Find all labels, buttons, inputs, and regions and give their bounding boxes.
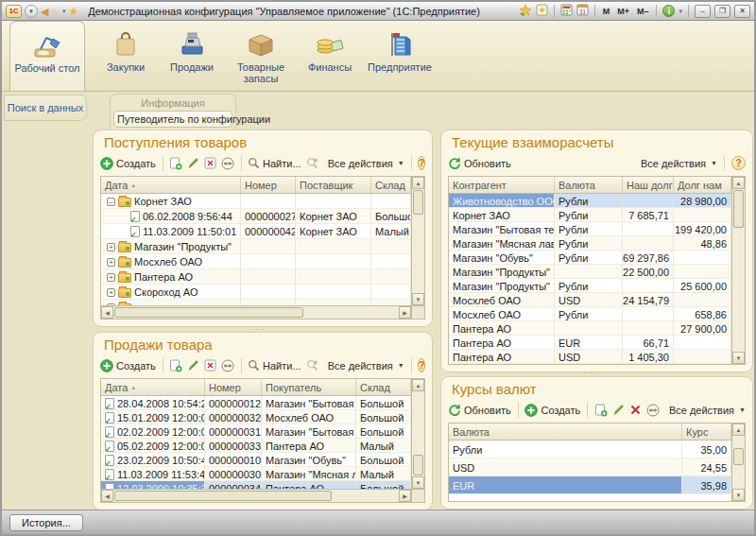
tab-information[interactable]: Информация xyxy=(113,96,232,111)
maximize-button[interactable]: ❐ xyxy=(714,5,730,18)
scroll-thumb[interactable] xyxy=(413,455,423,475)
column-header[interactable]: Номер xyxy=(241,177,296,193)
find-button[interactable]: Найти... xyxy=(248,359,301,372)
table-row[interactable]: 05.02.2009 12:00:00000000033Пантера АОМа… xyxy=(101,439,411,453)
all-actions-button[interactable]: Все действия▼ xyxy=(641,158,717,169)
back-icon[interactable]: ◀ xyxy=(41,5,48,18)
table-row[interactable]: +Мосхлеб ОАО xyxy=(101,254,411,269)
column-header[interactable]: Контрагент xyxy=(449,177,555,193)
section-tab-inventory[interactable]: Товарные запасы xyxy=(225,21,297,91)
memory-plus-button[interactable]: M+ xyxy=(615,7,631,16)
table-row[interactable]: 28.04.2008 10:54:24000000012Магазин "Быт… xyxy=(101,396,411,410)
column-header[interactable]: Курс xyxy=(682,424,731,440)
table-row[interactable]: +Скороход АО xyxy=(101,285,411,300)
table-row[interactable]: –Корнет ЗАО xyxy=(101,194,411,209)
table-row[interactable]: Мосхлеб ОАОUSD24 154,79 xyxy=(449,293,731,307)
calendar-icon[interactable]: 31 xyxy=(576,4,589,18)
table-row[interactable]: 11.03.2009 11:53:48000000030Магазин "Мяс… xyxy=(101,467,411,481)
all-actions-button[interactable]: Все действия▼ xyxy=(328,360,404,372)
set-interval-button[interactable] xyxy=(221,157,234,170)
scroll-up-icon[interactable]: ▲ xyxy=(732,177,745,189)
search-in-data-link[interactable]: Поиск в данных xyxy=(8,102,84,113)
expand-icon[interactable]: + xyxy=(107,258,115,267)
section-tab-desktop[interactable]: Рабочий стол xyxy=(9,21,85,91)
table-row[interactable]: Магазин "Мясная лавка"Рубли48,86 xyxy=(449,236,731,251)
minimize-button[interactable]: – xyxy=(695,5,711,18)
column-header[interactable]: Склад xyxy=(356,379,411,395)
calculator-icon[interactable] xyxy=(560,4,573,18)
scroll-down-icon[interactable]: ▼ xyxy=(732,489,745,501)
scroll-down-icon[interactable]: ▼ xyxy=(412,476,424,489)
scroll-left-icon[interactable]: ◀ xyxy=(101,306,113,319)
scroll-down-icon[interactable]: ▼ xyxy=(412,293,424,305)
table-row[interactable]: Мосхлеб ОАОРубли658,86 xyxy=(449,307,731,321)
favorites-list-icon[interactable] xyxy=(536,4,548,18)
section-tab-finance[interactable]: Финансы xyxy=(297,21,363,91)
set-interval-button[interactable] xyxy=(221,359,234,372)
scroll-right-icon[interactable]: ▶ xyxy=(399,306,411,319)
table-row[interactable]: 23.02.2009 10:50:42000000010Магазин "Обу… xyxy=(101,453,411,467)
clear-find-button[interactable] xyxy=(306,157,318,169)
close-button[interactable]: ✕ xyxy=(734,5,750,18)
table-row[interactable]: 15.01.2009 12:00:00000000032Мосхлеб ОАОБ… xyxy=(101,410,411,424)
clear-find-button[interactable] xyxy=(306,359,318,372)
scroll-thumb[interactable] xyxy=(114,491,332,501)
section-tab-enterprise[interactable]: Предприятие xyxy=(363,21,437,91)
table-row[interactable]: Магазин "Бытовая техн...Рубли199 420,00 xyxy=(449,222,731,236)
scroll-up-icon[interactable]: ▲ xyxy=(732,424,745,436)
scroll-right-icon[interactable]: ▶ xyxy=(399,490,411,502)
horizontal-scrollbar[interactable]: ◀ ▶ xyxy=(101,489,411,502)
all-actions-button[interactable]: Все действия▼ xyxy=(669,405,746,416)
section-tab-purchases[interactable]: Закупки xyxy=(93,21,159,91)
forward-icon[interactable]: ▶ xyxy=(51,5,59,18)
all-actions-button[interactable]: Все действия▼ xyxy=(328,158,404,169)
column-header[interactable]: Номер xyxy=(205,379,262,395)
edit-button[interactable] xyxy=(187,359,199,372)
table-row[interactable]: EUR35,98 xyxy=(449,476,731,494)
memory-button[interactable]: M xyxy=(601,7,612,16)
app-menu-button[interactable]: 1С xyxy=(6,5,22,18)
copy-button[interactable] xyxy=(169,157,182,170)
create-button[interactable]: Создать xyxy=(100,359,156,372)
refresh-button[interactable]: Обновить xyxy=(448,404,511,417)
column-header[interactable]: Долг нам xyxy=(674,177,731,193)
scroll-up-icon[interactable]: ▲ xyxy=(412,379,424,391)
set-interval-button[interactable] xyxy=(646,404,660,417)
scroll-up-icon[interactable]: ▲ xyxy=(412,177,424,189)
help-icon[interactable]: ? xyxy=(418,358,425,372)
table-row[interactable]: Магазин "Продукты"22 500,00 xyxy=(449,265,731,279)
memory-minus-button[interactable]: M– xyxy=(635,7,651,16)
vertical-scrollbar[interactable]: ▲ ▼ xyxy=(411,379,424,489)
scroll-thumb[interactable] xyxy=(413,190,423,215)
info-icon[interactable]: i xyxy=(662,5,675,17)
expand-icon[interactable]: + xyxy=(107,243,115,251)
vertical-scrollbar[interactable]: ▲ ▼ xyxy=(411,177,424,305)
scroll-down-icon[interactable]: ▼ xyxy=(732,352,745,364)
table-row[interactable]: Пантера АОUSD1 405,30 xyxy=(449,350,731,364)
delete-button[interactable] xyxy=(204,359,216,372)
section-tab-sales[interactable]: Продажи xyxy=(159,21,225,91)
column-header[interactable]: Наш долг xyxy=(623,177,674,193)
table-row[interactable]: 11.03.2009 11:50:01000000042Корнет ЗАОМа… xyxy=(101,224,411,239)
delete-button[interactable] xyxy=(204,157,216,169)
create-button[interactable]: Создать xyxy=(100,157,156,170)
expand-icon[interactable]: + xyxy=(107,288,115,297)
history-caret-icon[interactable]: ▾ xyxy=(62,8,66,15)
table-row[interactable]: Животноводство ОООРубли28 980,00 xyxy=(449,194,731,208)
horizontal-scrollbar[interactable]: ◀ ▶ xyxy=(101,305,411,319)
add-favorite-icon[interactable] xyxy=(519,4,532,18)
column-header[interactable]: Валюта xyxy=(555,177,623,193)
table-row[interactable]: Пантера АО27 900,00 xyxy=(449,321,731,336)
collapse-icon[interactable]: – xyxy=(107,198,115,206)
table-row[interactable]: Корнет ЗАОРубли7 685,71 xyxy=(449,208,731,222)
vertical-scrollbar[interactable]: ▲ ▼ xyxy=(731,177,745,364)
create-button[interactable]: Создать xyxy=(524,404,580,417)
favorites-icon[interactable]: ★ xyxy=(68,5,78,18)
scroll-thumb[interactable] xyxy=(733,448,744,465)
column-header[interactable]: Покупатель xyxy=(262,379,356,395)
table-row[interactable]: 02.02.2009 12:00:00000000031Магазин "Быт… xyxy=(101,424,411,439)
copy-button[interactable] xyxy=(594,404,608,417)
column-header[interactable]: Дата▲ xyxy=(101,379,205,395)
copy-button[interactable] xyxy=(169,359,182,372)
history-button[interactable]: История... xyxy=(9,514,83,531)
